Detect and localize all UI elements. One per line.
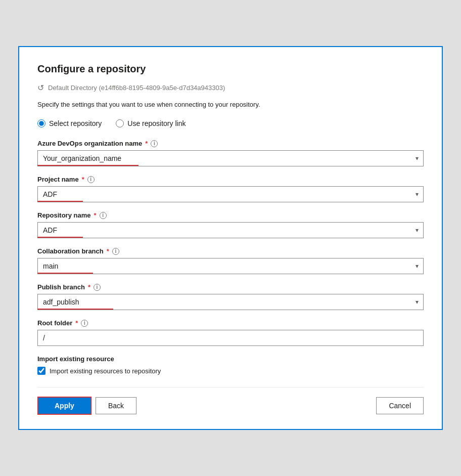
publish-branch-group: Publish branch * i adf_publish ▾ — [37, 283, 424, 310]
publish-branch-required: * — [88, 283, 90, 291]
select-repository-label: Select repository — [49, 119, 102, 127]
collab-branch-select-wrapper: main ▾ — [37, 258, 424, 274]
import-checkbox-label: Import existing resources to repository — [50, 367, 161, 375]
publish-branch-select-wrapper: adf_publish ▾ — [37, 294, 424, 310]
repo-name-group: Repository name * i ADF ▾ — [37, 211, 424, 238]
configure-repository-dialog: Configure a repository ↺ Default Directo… — [18, 46, 443, 430]
publish-branch-info-icon[interactable]: i — [94, 284, 101, 291]
repo-name-info-icon[interactable]: i — [100, 212, 107, 219]
project-name-label: Project name * i — [37, 176, 424, 183]
description-text: Specify the settings that you want to us… — [37, 100, 424, 110]
org-name-group: Azure DevOps organization name * i Your_… — [37, 140, 424, 166]
publish-branch-label: Publish branch * i — [37, 283, 424, 291]
import-section: Import existing resource Import existing… — [37, 355, 424, 375]
org-name-label: Azure DevOps organization name * i — [37, 140, 424, 147]
repo-name-required: * — [94, 211, 96, 219]
root-folder-group: Root folder * i — [37, 319, 424, 346]
root-folder-info-icon[interactable]: i — [81, 320, 88, 327]
use-repository-link-option[interactable]: Use repository link — [116, 119, 186, 127]
project-name-info-icon[interactable]: i — [87, 176, 95, 183]
directory-row: ↺ Default Directory (e14ff6b8-8195-4809-… — [37, 83, 424, 93]
repository-type-radio-group: Select repository Use repository link — [37, 119, 424, 127]
use-repository-link-radio[interactable] — [116, 119, 124, 127]
org-name-info-icon[interactable]: i — [151, 140, 158, 147]
cancel-button[interactable]: Cancel — [376, 397, 424, 414]
back-button[interactable]: Back — [96, 397, 136, 414]
collab-branch-select[interactable]: main — [37, 258, 424, 274]
footer-divider — [37, 387, 424, 387]
apply-button[interactable]: Apply — [37, 397, 91, 415]
import-checkbox-row[interactable]: Import existing resources to repository — [37, 367, 424, 375]
org-name-required: * — [145, 140, 148, 147]
dialog-title: Configure a repository — [37, 63, 424, 75]
repo-name-select-wrapper: ADF ▾ — [37, 222, 424, 238]
import-existing-checkbox[interactable] — [37, 367, 45, 375]
project-name-select[interactable]: ADF — [37, 186, 424, 202]
collab-branch-required: * — [107, 247, 109, 255]
collab-branch-info-icon[interactable]: i — [112, 248, 119, 255]
org-name-select-wrapper: Your_organization_name ▾ — [37, 150, 424, 166]
org-name-select[interactable]: Your_organization_name — [37, 150, 424, 166]
root-folder-label: Root folder * i — [37, 319, 424, 327]
root-folder-required: * — [75, 319, 78, 327]
directory-icon: ↺ — [37, 83, 44, 93]
collab-branch-group: Collaboration branch * i main ▾ — [37, 247, 424, 274]
root-folder-input[interactable] — [37, 330, 424, 346]
repo-name-label: Repository name * i — [37, 211, 424, 219]
project-name-group: Project name * i ADF ▾ — [37, 176, 424, 202]
repo-name-select[interactable]: ADF — [37, 222, 424, 238]
collab-branch-label: Collaboration branch * i — [37, 247, 424, 255]
publish-branch-select[interactable]: adf_publish — [37, 294, 424, 310]
select-repository-radio[interactable] — [37, 119, 45, 127]
project-name-select-wrapper: ADF ▾ — [37, 186, 424, 202]
import-section-title: Import existing resource — [37, 355, 424, 363]
project-name-required: * — [82, 176, 84, 183]
directory-text: Default Directory (e14ff6b8-8195-4809-9a… — [48, 84, 225, 92]
select-repository-option[interactable]: Select repository — [37, 119, 102, 127]
footer-buttons: Apply Back Cancel — [37, 397, 424, 415]
use-repository-link-label: Use repository link — [127, 119, 186, 127]
